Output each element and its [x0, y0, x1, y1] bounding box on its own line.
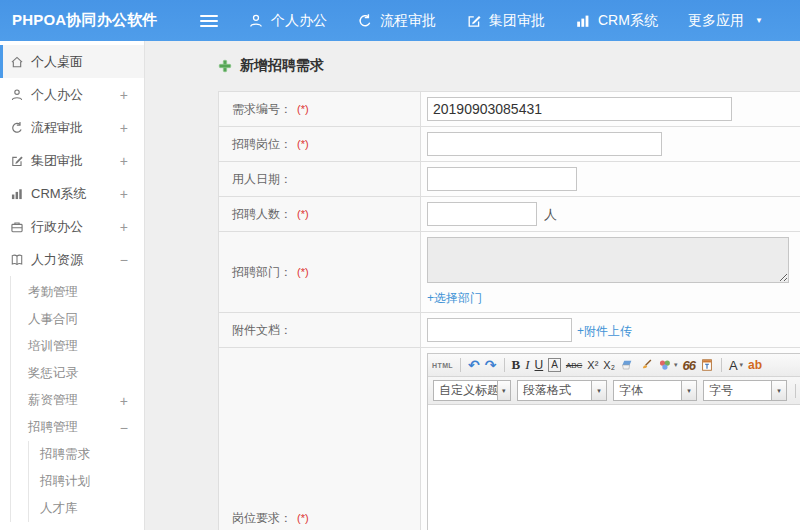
page-header: 新增招聘需求	[146, 41, 800, 91]
book-icon	[10, 253, 24, 267]
redo-icon[interactable]: ↷	[485, 357, 497, 373]
sidebar-item-attendance[interactable]: 考勤管理	[11, 279, 144, 306]
required-mark: (*)	[297, 103, 309, 115]
expand-icon: +	[120, 153, 128, 169]
table-row: 岗位要求：(*) HTML ↶ ↷ B I U A	[219, 348, 800, 530]
topnav-label: 个人办公	[271, 12, 327, 30]
table-row: 需求编号：(*)	[219, 92, 800, 127]
sidebar-item-rewards[interactable]: 奖惩记录	[11, 360, 144, 387]
field-label-headcount: 招聘人数：	[232, 207, 292, 221]
paragraph-format-dropdown[interactable]: 段落格式 ▾	[517, 380, 607, 401]
sidebar-item-group-approval[interactable]: 集团审批 +	[0, 144, 144, 177]
edit-icon	[10, 154, 24, 168]
font-style-menu-button[interactable]: A▾	[729, 358, 743, 373]
rich-text-editor: HTML ↶ ↷ B I U A ABC X² X₂	[427, 353, 800, 530]
clipboard-icon	[700, 358, 714, 372]
attachment-upload-link[interactable]: +附件上传	[577, 324, 632, 338]
superscript-button[interactable]: X²	[587, 359, 598, 371]
department-textarea[interactable]	[427, 237, 789, 283]
sidebar-item-recruit-mgmt[interactable]: 招聘管理 −	[11, 414, 144, 441]
font-background-button[interactable]: ab	[748, 358, 762, 372]
sidebar-item-crm[interactable]: CRM系统 +	[0, 177, 144, 210]
sidebar-item-personal-office[interactable]: 个人办公 +	[0, 78, 144, 111]
field-label-demand-no: 需求编号：	[232, 102, 292, 116]
page-title: 新增招聘需求	[240, 57, 324, 75]
topnav-more-apps[interactable]: 更多应用 ▼	[688, 12, 763, 30]
attachment-input[interactable]	[427, 318, 572, 342]
blockquote-button[interactable]: 66	[682, 358, 694, 373]
demand-no-input[interactable]	[427, 97, 732, 121]
caret-down-icon: ▾	[674, 361, 678, 369]
caret-down-icon: ▾	[681, 381, 696, 400]
topnav-workflow-approval[interactable]: 流程审批	[357, 12, 436, 30]
expand-icon: +	[120, 219, 128, 235]
table-row: 招聘人数：(*) 人	[219, 197, 800, 232]
sidebar-item-recruit-plan[interactable]: 招聘计划	[29, 468, 144, 495]
subscript-button[interactable]: X₂	[603, 359, 615, 371]
process-icon	[10, 121, 24, 135]
sidebar-item-training[interactable]: 培训管理	[11, 333, 144, 360]
required-mark: (*)	[297, 512, 309, 524]
sidebar-item-hr[interactable]: 人力资源 −	[0, 243, 144, 276]
undo-icon[interactable]: ↶	[468, 357, 480, 373]
field-label-department: 招聘部门：	[232, 265, 292, 279]
field-label-attachment: 附件文档：	[232, 323, 292, 337]
recruit-demand-form: 需求编号：(*) 招聘岗位：(*) 用人日期：	[218, 91, 800, 530]
color-palette-button[interactable]: ▾	[658, 358, 678, 372]
sidebar-item-salary[interactable]: 薪资管理 +	[11, 387, 144, 414]
paste-button[interactable]	[700, 358, 714, 372]
underline-button[interactable]: U	[535, 358, 544, 372]
italic-button[interactable]: I	[525, 357, 529, 373]
menu-icon[interactable]	[200, 12, 218, 30]
hire-date-input[interactable]	[427, 167, 577, 191]
font-family-dropdown[interactable]: 字体 ▾	[613, 380, 697, 401]
sidebar-item-personal-desktop[interactable]: 个人桌面	[0, 45, 144, 78]
caret-down-icon: ▾	[740, 361, 744, 369]
table-row: 招聘岗位：(*)	[219, 127, 800, 162]
custom-title-dropdown[interactable]: 自定义标题 ▾	[433, 380, 511, 401]
sidebar-item-admin-office[interactable]: 行政办公 +	[0, 210, 144, 243]
format-brush-button[interactable]	[639, 358, 653, 372]
select-department-link[interactable]: +选择部门	[427, 290, 800, 307]
expand-icon: +	[120, 87, 128, 103]
sidebar-item-hr-contract[interactable]: 人事合同	[11, 306, 144, 333]
eraser-icon	[620, 358, 634, 372]
briefcase-icon	[10, 220, 24, 234]
sidebar-hr-submenu: 考勤管理 人事合同 培训管理 奖惩记录 薪资管理 + 招聘管理 − 招聘需求	[10, 276, 144, 522]
bar-chart-icon	[575, 13, 591, 29]
topnav-label: 更多应用	[688, 12, 744, 30]
required-mark: (*)	[297, 266, 309, 278]
headcount-input[interactable]	[427, 202, 537, 226]
topnav-crm[interactable]: CRM系统	[575, 12, 658, 30]
palette-icon	[658, 358, 672, 372]
font-size-dropdown[interactable]: 字号 ▾	[703, 380, 787, 401]
caret-down-icon: ▾	[591, 381, 606, 400]
required-mark: (*)	[297, 138, 309, 150]
edit-icon	[466, 13, 482, 29]
editor-content-area[interactable]	[428, 405, 800, 530]
expand-icon: −	[120, 420, 128, 436]
plus-icon	[218, 59, 232, 73]
caret-down-icon: ▼	[755, 16, 763, 25]
toolbar-separator	[504, 358, 505, 372]
field-label-hire-date: 用人日期：	[232, 172, 292, 186]
required-mark: (*)	[297, 208, 309, 220]
position-input[interactable]	[427, 132, 662, 156]
eraser-button[interactable]	[620, 358, 634, 372]
person-icon	[10, 88, 24, 102]
editor-toolbar-row2: 自定义标题 ▾ 段落格式 ▾ 字体 ▾	[428, 377, 800, 405]
font-color-button[interactable]: A	[548, 358, 561, 372]
bold-button[interactable]: B	[512, 357, 521, 373]
topnav-group-approval[interactable]: 集团审批	[466, 12, 545, 30]
strikethrough-button[interactable]: ABC	[566, 361, 582, 370]
expand-icon: +	[120, 393, 128, 409]
sidebar-recruit-submenu: 招聘需求 招聘计划 人才库	[28, 441, 144, 522]
topnav-personal-office[interactable]: 个人办公	[248, 12, 327, 30]
sidebar-item-workflow-approval[interactable]: 流程审批 +	[0, 111, 144, 144]
process-icon	[357, 13, 373, 29]
html-source-button[interactable]: HTML	[432, 362, 453, 369]
expand-icon: +	[120, 120, 128, 136]
table-row: 用人日期：	[219, 162, 800, 197]
sidebar-item-talent-pool[interactable]: 人才库	[29, 495, 144, 522]
sidebar-item-recruit-demand[interactable]: 招聘需求	[29, 441, 144, 468]
